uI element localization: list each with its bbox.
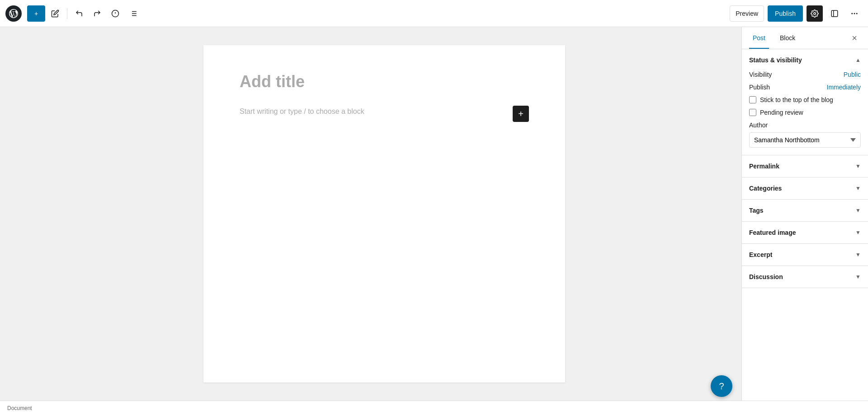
divider-1 bbox=[67, 8, 67, 19]
chevron-down-icon-categories: ▼ bbox=[855, 185, 861, 191]
preview-button[interactable]: Preview bbox=[730, 5, 764, 22]
chevron-down-icon-discussion: ▼ bbox=[855, 274, 861, 280]
publish-row: Publish Immediately bbox=[749, 84, 861, 91]
section-permalink-header[interactable]: Permalink ▼ bbox=[742, 155, 868, 177]
visibility-value[interactable]: Public bbox=[844, 71, 861, 78]
main-area: Start writing or type / to choose a bloc… bbox=[0, 27, 868, 401]
chevron-down-icon-permalink: ▼ bbox=[855, 163, 861, 169]
section-discussion-header[interactable]: Discussion ▼ bbox=[742, 266, 868, 288]
help-button[interactable]: ? bbox=[711, 375, 732, 397]
stick-to-top-checkbox[interactable] bbox=[749, 96, 756, 103]
svg-point-13 bbox=[854, 13, 855, 14]
publish-value[interactable]: Immediately bbox=[827, 84, 861, 91]
stick-to-top-row: Stick to the top of the blog bbox=[749, 96, 861, 103]
section-permalink: Permalink ▼ bbox=[742, 155, 868, 177]
author-section: Author Samantha Northbottom bbox=[749, 121, 861, 148]
pending-review-row: Pending review bbox=[749, 109, 861, 116]
section-tags-header[interactable]: Tags ▼ bbox=[742, 200, 868, 221]
section-status-visibility: Status & visibility ▲ Visibility Public … bbox=[742, 49, 868, 155]
tab-post[interactable]: Post bbox=[749, 27, 769, 49]
content-area: Start writing or type / to choose a bloc… bbox=[240, 106, 529, 122]
section-status-visibility-content: Visibility Public Publish Immediately St… bbox=[742, 71, 868, 155]
pending-review-checkbox[interactable] bbox=[749, 109, 756, 116]
wp-logo bbox=[5, 5, 22, 22]
add-block-inline-button[interactable]: + bbox=[513, 106, 529, 122]
add-block-button[interactable]: + bbox=[27, 5, 45, 22]
more-options-button[interactable] bbox=[846, 5, 863, 22]
section-excerpt: Excerpt ▼ bbox=[742, 244, 868, 266]
redo-button[interactable] bbox=[89, 5, 105, 22]
svg-point-14 bbox=[856, 13, 858, 14]
chevron-down-icon-excerpt: ▼ bbox=[855, 252, 861, 258]
stick-to-top-label[interactable]: Stick to the top of the blog bbox=[760, 96, 833, 103]
publish-button[interactable]: Publish bbox=[768, 5, 803, 22]
editor-area[interactable]: Start writing or type / to choose a bloc… bbox=[27, 27, 741, 401]
chevron-down-icon-featured: ▼ bbox=[855, 229, 861, 236]
author-select[interactable]: Samantha Northbottom bbox=[749, 132, 861, 148]
preview-pane-button[interactable] bbox=[826, 5, 843, 22]
section-featured-image: Featured image ▼ bbox=[742, 222, 868, 244]
section-excerpt-header[interactable]: Excerpt ▼ bbox=[742, 244, 868, 266]
chevron-up-icon: ▲ bbox=[855, 57, 861, 63]
section-featured-image-header[interactable]: Featured image ▼ bbox=[742, 222, 868, 243]
sidebar-close-button[interactable]: × bbox=[848, 32, 861, 44]
section-categories-header[interactable]: Categories ▼ bbox=[742, 177, 868, 199]
section-discussion: Discussion ▼ bbox=[742, 266, 868, 288]
toolbar: + Preview Publish bbox=[0, 0, 868, 27]
svg-rect-10 bbox=[831, 10, 838, 17]
section-tags: Tags ▼ bbox=[742, 200, 868, 222]
content-placeholder[interactable]: Start writing or type / to choose a bloc… bbox=[240, 106, 507, 117]
status-bar: Document bbox=[0, 401, 868, 415]
undo-button[interactable] bbox=[71, 5, 87, 22]
section-status-visibility-header[interactable]: Status & visibility ▲ bbox=[742, 49, 868, 71]
svg-point-12 bbox=[851, 13, 853, 14]
document-label: Document bbox=[7, 405, 32, 411]
info-button[interactable] bbox=[107, 5, 123, 22]
svg-point-9 bbox=[814, 12, 816, 14]
right-sidebar: Post Block × Status & visibility ▲ Visib… bbox=[741, 27, 868, 401]
editor-canvas: Start writing or type / to choose a bloc… bbox=[203, 45, 565, 382]
tab-block[interactable]: Block bbox=[776, 27, 799, 49]
section-categories: Categories ▼ bbox=[742, 177, 868, 200]
pending-review-label[interactable]: Pending review bbox=[760, 109, 803, 116]
author-label: Author bbox=[749, 121, 861, 129]
tools-button[interactable] bbox=[125, 5, 142, 22]
visibility-row: Visibility Public bbox=[749, 71, 861, 78]
settings-button[interactable] bbox=[807, 5, 823, 22]
chevron-down-icon-tags: ▼ bbox=[855, 207, 861, 214]
sidebar-tabs: Post Block × bbox=[742, 27, 868, 49]
left-sidebar bbox=[0, 27, 27, 401]
edit-button[interactable] bbox=[47, 5, 63, 22]
toolbar-right: Preview Publish bbox=[730, 5, 863, 22]
title-input[interactable] bbox=[240, 72, 529, 91]
